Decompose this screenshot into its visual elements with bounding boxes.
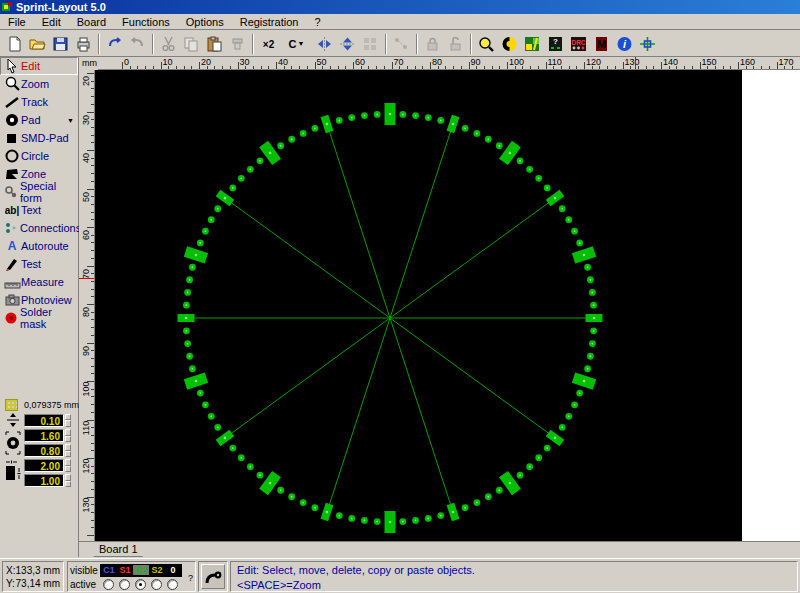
toolbar-save-button[interactable] (49, 33, 72, 55)
menu-file[interactable]: File (0, 15, 34, 29)
toolbar-duplicate-x2-button[interactable]: ×2 (257, 33, 280, 55)
toolbar-zoom-button[interactable] (475, 33, 498, 55)
toolbar-paste-button[interactable] (203, 33, 226, 55)
tool-autoroute[interactable]: AAutoroute (0, 237, 78, 255)
track-spoke[interactable] (225, 318, 390, 438)
layer-visible-0[interactable]: 0 (165, 565, 181, 575)
menu-options[interactable]: Options (178, 15, 232, 29)
toolbar-cut-button (157, 33, 180, 55)
toolbar-open-button[interactable] (26, 33, 49, 55)
board-black-area[interactable] (95, 70, 742, 541)
menu--[interactable]: ? (306, 15, 328, 29)
smd-height-field[interactable]: 1.00 (24, 474, 64, 487)
toolbar-test-button[interactable]: ? (544, 33, 567, 55)
track-width-spinner[interactable] (65, 414, 71, 427)
cursor-x-marker (635, 57, 636, 69)
layer-visible-s1[interactable]: S1 (117, 565, 133, 575)
snap-grid-icon (639, 36, 656, 52)
layer-active-radio-c1[interactable] (103, 579, 114, 590)
layer-active-radio-s1[interactable] (119, 579, 130, 590)
tool-track[interactable]: Track (0, 93, 78, 111)
smd-height-spinner[interactable] (65, 474, 71, 487)
toolbar-macros-button[interactable]: M (590, 33, 613, 55)
pad-center-mark (415, 519, 417, 521)
mode-button-panel (198, 561, 228, 592)
pad-center-mark (364, 519, 366, 521)
pad-dropdown-arrow-icon[interactable]: ▼ (67, 117, 74, 124)
layer-visible-c1[interactable]: C1 (101, 565, 117, 575)
track-width-field[interactable]: 0.10 (24, 414, 64, 427)
layer-help-mark[interactable]: ? (188, 573, 193, 583)
tool-test[interactable]: Test (0, 255, 78, 273)
pad-drill-spinner[interactable] (65, 444, 71, 457)
pad-center-mark (487, 138, 489, 140)
toolbar-separator (470, 34, 472, 54)
smd-width-spinner[interactable] (65, 459, 71, 472)
pad-drill-field[interactable]: 0.80 (24, 444, 64, 457)
layer-visibility-bar[interactable]: C1S1C2S20 (100, 564, 182, 577)
cut-icon (160, 36, 177, 52)
toolbar-undo-button[interactable] (103, 33, 126, 55)
macros-icon: M (593, 36, 610, 52)
tab-board-1[interactable]: Board 1 (85, 542, 152, 557)
menu-edit[interactable]: Edit (34, 15, 69, 29)
pad-diameter-spinner[interactable] (65, 429, 71, 442)
toolbar-snap-grid-button[interactable] (636, 33, 659, 55)
layer-active-radio-c2[interactable] (135, 579, 146, 590)
toolbar-new-button[interactable] (3, 33, 26, 55)
layer-active-radio-0[interactable] (167, 579, 178, 590)
layer-active-radio-s2[interactable] (151, 579, 162, 590)
smd-width-field[interactable]: 2.00 (24, 459, 64, 472)
ungroup-icon (447, 36, 464, 52)
tool-solder-mask[interactable]: Solder mask (0, 309, 78, 327)
layer-visible-s2[interactable]: S2 (149, 565, 165, 575)
pad-center-mark (402, 114, 404, 116)
track-spoke[interactable] (390, 318, 453, 512)
board-canvas[interactable] (95, 70, 800, 541)
toolbar-layer-options-button[interactable] (521, 33, 544, 55)
track-spoke[interactable] (390, 198, 555, 318)
toolbar-print-button[interactable] (72, 33, 95, 55)
tool-edit[interactable]: Edit (0, 57, 78, 75)
pcb-drawing[interactable] (95, 70, 742, 541)
pad-center-mark (519, 474, 521, 476)
tool-connections[interactable]: Connections (0, 219, 78, 237)
pad-center-mark (351, 117, 353, 119)
menu-registration[interactable]: Registration (232, 15, 307, 29)
tool-circle[interactable]: Circle (0, 147, 78, 165)
tool-pad[interactable]: Pad▼ (0, 111, 78, 129)
track-spoke[interactable] (327, 318, 390, 512)
toolbar-drc-button[interactable]: DRC (567, 33, 590, 55)
pad-center-mark (240, 177, 242, 179)
menu-board[interactable]: Board (69, 15, 114, 29)
track-spoke[interactable] (390, 318, 555, 438)
pad-center-mark (205, 230, 207, 232)
track-spoke[interactable] (390, 124, 453, 318)
tool-zoom[interactable]: Zoom (0, 75, 78, 93)
pad-center-mark (427, 117, 429, 119)
tool-smd-pad[interactable]: SMD-Pad (0, 129, 78, 147)
tool-measure[interactable]: Measure (0, 273, 78, 291)
tool-text[interactable]: ab|Text (0, 201, 78, 219)
toolbar-mirror-vertical-button[interactable] (336, 33, 359, 55)
track-spoke[interactable] (327, 124, 390, 318)
pad-center-mark (415, 115, 417, 117)
layer-panel: visible C1S1C2S20 active ? (67, 561, 196, 592)
copy-icon (183, 36, 200, 52)
menu-functions[interactable]: Functions (114, 15, 178, 29)
toolbar-photoview-button[interactable] (498, 33, 521, 55)
track-spoke[interactable] (225, 198, 390, 318)
tool-label: Zone (21, 168, 46, 180)
pad-diameter-field[interactable]: 1.60 (24, 429, 64, 442)
layer-visible-c2[interactable]: C2 (133, 565, 149, 575)
toolbar-rotate-button[interactable]: C▼ (280, 33, 313, 55)
tool-special-form[interactable]: Special form (0, 183, 78, 201)
pad-center-mark (186, 330, 188, 332)
toolbar-mirror-horizontal-button[interactable] (313, 33, 336, 55)
toolbar-info-button[interactable]: i (613, 33, 636, 55)
dropdown-arrow-icon[interactable]: ▼ (298, 40, 305, 47)
rulericon-icon (3, 274, 21, 290)
pad-center-mark (210, 219, 212, 221)
edit-mode-button[interactable] (201, 564, 225, 589)
pad-center-mark (440, 515, 442, 517)
